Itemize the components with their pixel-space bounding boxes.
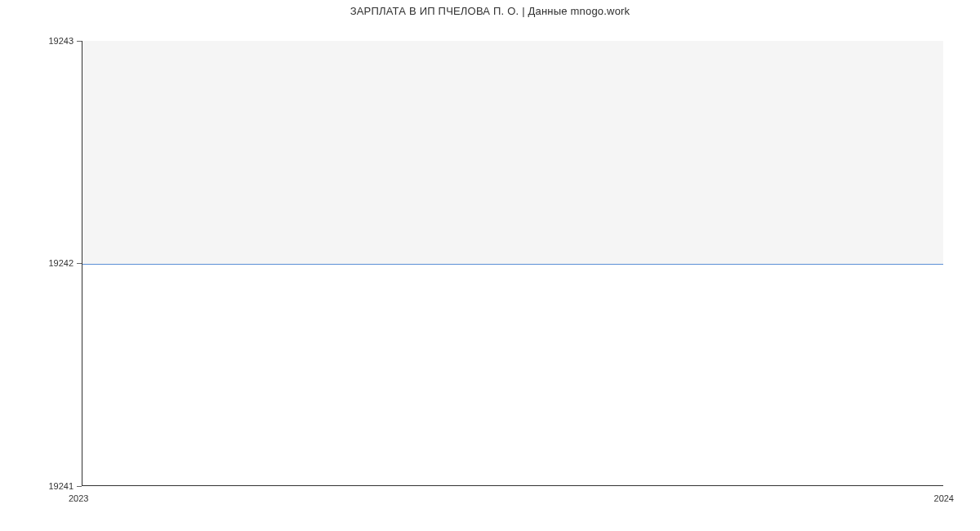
- y-tick-mid: [77, 263, 82, 264]
- chart-container: ЗАРПЛАТА В ИП ПЧЕЛОВА П. О. | Данные mno…: [0, 0, 980, 531]
- x-label-left: 2023: [69, 493, 88, 503]
- plot-area: [82, 41, 943, 486]
- x-axis: [82, 485, 943, 486]
- y-label-top: 19243: [41, 36, 74, 46]
- y-axis: [82, 41, 82, 486]
- chart-title: ЗАРПЛАТА В ИП ПЧЕЛОВА П. О. | Данные mno…: [0, 5, 980, 17]
- y-label-bot: 19241: [41, 481, 74, 491]
- y-label-mid: 19242: [41, 258, 74, 268]
- y-tick-bot: [77, 486, 82, 487]
- y-tick-top: [77, 41, 82, 42]
- x-label-right: 2024: [934, 493, 954, 503]
- plot-lower-band: [82, 264, 943, 487]
- data-line: [82, 264, 943, 265]
